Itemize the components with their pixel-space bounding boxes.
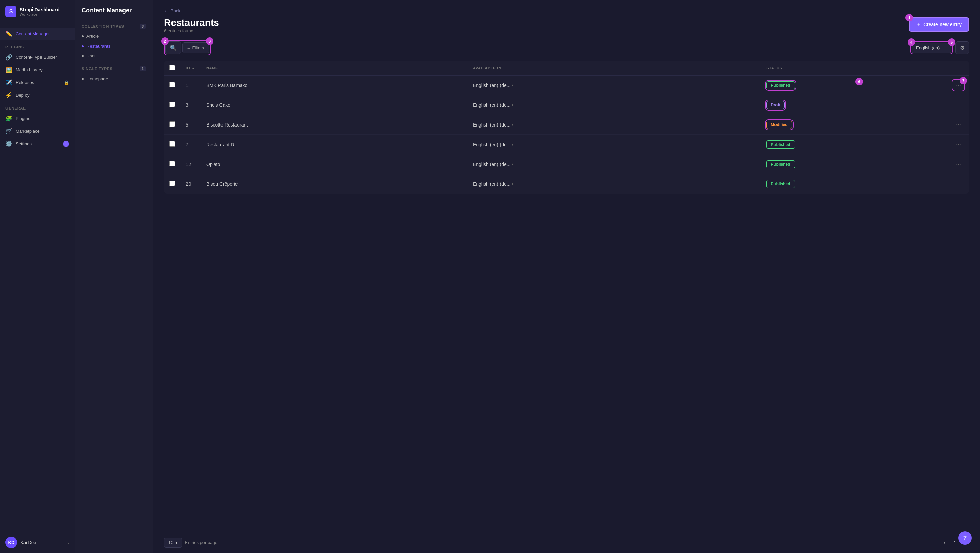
app-subtitle: Workplace bbox=[20, 12, 60, 16]
current-page: 1 bbox=[951, 540, 959, 545]
row-status: Published6 bbox=[761, 76, 948, 95]
row-id: 12 bbox=[180, 154, 201, 174]
bullet-icon bbox=[82, 55, 84, 57]
sidebar-item-marketplace[interactable]: 🛒 Marketplace bbox=[0, 125, 75, 137]
sidebar-item-content-type-builder[interactable]: 🔗 Content-Type Builder bbox=[0, 51, 75, 64]
row-action-button[interactable]: ··· bbox=[953, 140, 964, 149]
bullet-icon bbox=[82, 78, 84, 80]
available-in-dropdown[interactable]: English (en) (de... ▾ bbox=[473, 122, 756, 127]
available-in-dropdown[interactable]: English (en) (de... ▾ bbox=[473, 142, 756, 147]
toolbar: 2 🔍 ≡ Filters 3 4 English (en) French (f… bbox=[153, 40, 980, 61]
content-manager-icon: ✏️ bbox=[5, 30, 12, 37]
row-checkbox[interactable] bbox=[169, 82, 175, 87]
row-checkbox-cell bbox=[164, 154, 180, 174]
lock-icon: 🔒 bbox=[64, 80, 69, 85]
row-id: 1 bbox=[180, 76, 201, 95]
status-badge: Modified bbox=[766, 121, 792, 129]
select-all-header bbox=[164, 61, 180, 76]
row-available-in: English (en) (de... ▾ bbox=[468, 135, 761, 154]
cm-panel-title: Content Manager bbox=[75, 7, 153, 19]
page-title-row: Restaurants 6 entries found 1 ＋ Create n… bbox=[164, 17, 969, 39]
collection-types-count: 3 bbox=[140, 24, 146, 29]
sidebar-item-settings[interactable]: ⚙️ Settings 1 bbox=[0, 137, 75, 150]
sidebar-footer: KD Kai Doe ‹ bbox=[0, 532, 75, 553]
sidebar-item-label: Plugins bbox=[16, 116, 30, 121]
sidebar-header: S Strapi Dashboard Workplace bbox=[0, 0, 75, 24]
main-header: ← Back Restaurants 6 entries found 1 ＋ C… bbox=[153, 0, 980, 40]
sidebar-item-content-manager[interactable]: ✏️ Content Manager bbox=[0, 27, 75, 40]
id-column-header[interactable]: ID ▲ bbox=[180, 61, 201, 76]
row-name[interactable]: Oplato bbox=[201, 154, 468, 174]
cm-nav-homepage[interactable]: Homepage bbox=[75, 74, 153, 84]
table-body: 1 BMK Paris Bamako English (en) (de... ▾… bbox=[164, 76, 969, 194]
row-checkbox-cell bbox=[164, 95, 180, 115]
step2-badge: 2 bbox=[161, 37, 169, 45]
row-action-button[interactable]: ··· bbox=[953, 120, 964, 130]
marketplace-icon: 🛒 bbox=[5, 128, 12, 134]
row-name[interactable]: BMK Paris Bamako bbox=[201, 76, 468, 95]
sidebar-item-deploy[interactable]: ⚡ Deploy bbox=[0, 89, 75, 101]
table-row: 20 Bisou Crêperie English (en) (de... ▾ … bbox=[164, 174, 969, 194]
available-in-dropdown[interactable]: English (en) (de... ▾ bbox=[473, 83, 756, 88]
table-settings-button[interactable]: ⚙ bbox=[956, 41, 969, 54]
available-in-column-header: AVAILABLE IN bbox=[468, 61, 761, 76]
sidebar-item-media-library[interactable]: 🖼️ Media Library bbox=[0, 64, 75, 76]
settings-badge: 1 bbox=[63, 141, 69, 147]
row-action-cell: ··· bbox=[948, 135, 969, 154]
row-name[interactable]: Bisou Crêperie bbox=[201, 174, 468, 194]
row-available-in: English (en) (de... ▾ bbox=[468, 95, 761, 115]
page-title: Restaurants bbox=[164, 17, 219, 28]
cm-divider bbox=[82, 19, 146, 19]
sidebar-item-label: Media Library bbox=[16, 67, 43, 72]
row-checkbox[interactable] bbox=[169, 121, 175, 127]
row-name[interactable]: Restaurant D bbox=[201, 135, 468, 154]
row-checkbox[interactable] bbox=[169, 181, 175, 186]
select-all-checkbox[interactable] bbox=[169, 65, 175, 70]
settings-icon: ⚙️ bbox=[5, 140, 12, 147]
cm-nav-article[interactable]: Article bbox=[75, 31, 153, 41]
action-column-header bbox=[948, 61, 969, 76]
row-checkbox[interactable] bbox=[169, 161, 175, 166]
available-in-dropdown[interactable]: English (en) (de... ▾ bbox=[473, 181, 756, 187]
create-entry-button[interactable]: ＋ Create new entry bbox=[909, 17, 969, 32]
filters-button[interactable]: ≡ Filters bbox=[182, 42, 209, 53]
row-status: Published bbox=[761, 135, 948, 154]
single-types-count: 1 bbox=[140, 66, 146, 71]
prev-page-button[interactable]: ‹ bbox=[941, 539, 948, 547]
available-in-dropdown[interactable]: English (en) (de... ▾ bbox=[473, 162, 756, 167]
cm-nav-restaurants[interactable]: Restaurants bbox=[75, 41, 153, 51]
row-checkbox[interactable] bbox=[169, 141, 175, 146]
help-button[interactable]: ? bbox=[958, 531, 972, 545]
sidebar-general-label: General bbox=[0, 101, 75, 112]
cm-nav-user[interactable]: User bbox=[75, 51, 153, 61]
sidebar-item-releases[interactable]: ✈️ Releases 🔒 bbox=[0, 76, 75, 89]
row-checkbox[interactable] bbox=[169, 102, 175, 107]
back-link[interactable]: ← Back bbox=[164, 8, 969, 13]
dropdown-arrow-icon: ▾ bbox=[512, 182, 514, 186]
row-available-in: English (en) (de... ▾ bbox=[468, 154, 761, 174]
dropdown-arrow-icon: ▾ bbox=[512, 162, 514, 166]
row-status: Published bbox=[761, 154, 948, 174]
row-action-button[interactable]: ··· bbox=[953, 179, 964, 189]
language-select[interactable]: English (en) French (fr) Spanish (es) bbox=[912, 43, 951, 53]
gear-icon: ⚙ bbox=[960, 45, 965, 51]
row-action-cell: ··· bbox=[948, 115, 969, 135]
row-name[interactable]: Biscotte Restaurant bbox=[201, 115, 468, 135]
media-library-icon: 🖼️ bbox=[5, 67, 12, 73]
sidebar-item-label: Settings bbox=[16, 141, 32, 146]
collapse-button[interactable]: ‹ bbox=[67, 540, 69, 545]
row-id: 20 bbox=[180, 174, 201, 194]
app-logo: S bbox=[5, 6, 16, 17]
plus-icon: ＋ bbox=[916, 21, 921, 27]
available-in-dropdown[interactable]: English (en) (de... ▾ bbox=[473, 102, 756, 108]
row-action-button[interactable]: ··· bbox=[953, 159, 964, 169]
row-action-button[interactable]: ··· bbox=[953, 100, 964, 110]
per-page-dropdown[interactable]: 10 ▾ bbox=[164, 538, 182, 548]
row-checkbox-cell bbox=[164, 135, 180, 154]
app-title: Strapi Dashboard bbox=[20, 7, 60, 12]
row-name[interactable]: She's Cake bbox=[201, 95, 468, 115]
table-row: 7 Restaurant D English (en) (de... ▾ Pub… bbox=[164, 135, 969, 154]
main-content: ← Back Restaurants 6 entries found 1 ＋ C… bbox=[153, 0, 980, 553]
cm-panel: Content Manager Collection Types 3 Artic… bbox=[75, 0, 153, 553]
sidebar-item-plugins[interactable]: 🧩 Plugins bbox=[0, 112, 75, 125]
